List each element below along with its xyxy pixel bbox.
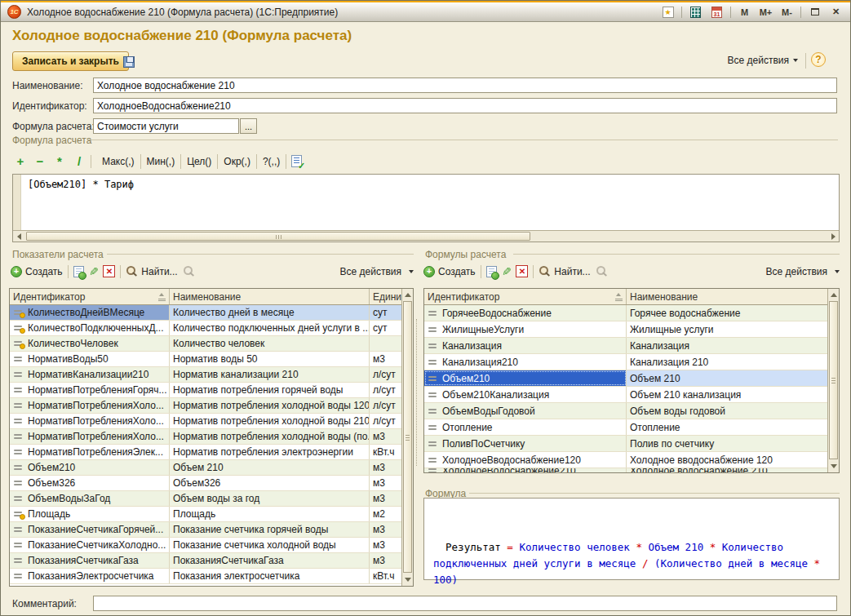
- function-button[interactable]: ?(,,): [257, 154, 286, 169]
- memory-m-button[interactable]: M: [737, 5, 752, 20]
- save-and-close-button[interactable]: Записать и закрыть: [12, 51, 129, 71]
- formula-type-more-button[interactable]: ...: [240, 118, 257, 134]
- delete-button[interactable]: ✕: [516, 265, 528, 277]
- table-row[interactable]: Площадь Площадь м2: [10, 507, 401, 522]
- formulas-table-scrollbar[interactable]: [827, 289, 839, 472]
- table-row[interactable]: НормативПотребленияХоло... Норматив потр…: [10, 429, 401, 445]
- identifier-text: КоличествоПодключенныхД...: [28, 322, 164, 334]
- table-row[interactable]: КоличествоЧеловек Количество человек: [10, 336, 401, 352]
- function-button[interactable]: Цел(): [181, 154, 218, 169]
- table-row[interactable]: ПоказанияСчетчикаГаза ПоказанияСчетчикаГ…: [10, 553, 401, 569]
- find-button[interactable]: Найти...: [126, 265, 177, 277]
- memory-m-plus-button[interactable]: M+: [758, 5, 773, 20]
- formula-editor-text[interactable]: [Объем210] * Тариф: [28, 179, 134, 190]
- column-header-name[interactable]: Наименование: [170, 289, 370, 304]
- item-icon: [428, 357, 439, 367]
- scroll-thumb[interactable]: [403, 301, 412, 573]
- scroll-track[interactable]: [24, 231, 827, 242]
- item-icon: [13, 370, 24, 379]
- column-label: Едини...: [373, 291, 401, 303]
- column-header-identifier[interactable]: Идентификатор: [424, 289, 627, 304]
- identifier-text: НормативПотребленияХоло...: [28, 415, 164, 427]
- function-button[interactable]: Макс(,): [96, 154, 141, 169]
- scroll-thumb[interactable]: [829, 301, 838, 459]
- table-row[interactable]: ЖилищныеУслуги Жилищные услуги: [424, 321, 827, 338]
- scroll-down-arrow[interactable]: [402, 574, 413, 585]
- column-header-identifier[interactable]: Идентификатор: [10, 289, 170, 304]
- calculator-button[interactable]: [688, 5, 703, 20]
- editor-horizontal-scrollbar[interactable]: [13, 230, 839, 242]
- table-row[interactable]: ГорячееВодоснабжение Горячее водоснабжен…: [424, 305, 827, 321]
- column-header-unit[interactable]: Едини...: [370, 289, 401, 304]
- table-row[interactable]: НормативПотребленияЭлек... Норматив потр…: [10, 445, 401, 460]
- table-row[interactable]: ПоливПоСчетчику Полив по счетчику: [424, 436, 827, 452]
- check-formula-button[interactable]: ✓: [291, 155, 302, 167]
- create-button[interactable]: +Создать: [11, 266, 63, 277]
- table-row[interactable]: КоличествоДнейВМесяце Количество дней в …: [10, 305, 401, 321]
- table-row[interactable]: Отопление Отопление: [424, 419, 827, 436]
- table-row[interactable]: НормативПотребленияГоряч... Норматив пот…: [10, 383, 401, 398]
- cell-unit: м3: [370, 522, 401, 537]
- table-row[interactable]: ХолодноеВводоснабжение120 Холодное вводо…: [424, 452, 827, 468]
- scroll-thumb[interactable]: [26, 232, 530, 241]
- table-row[interactable]: Объем210 Объем 210: [424, 370, 827, 387]
- edit-button[interactable]: ✎: [89, 266, 99, 277]
- maximize-button[interactable]: [807, 5, 822, 20]
- comment-input[interactable]: [93, 596, 837, 611]
- copy-button[interactable]: [486, 266, 497, 277]
- operator-button[interactable]: −: [33, 154, 47, 168]
- column-header-name[interactable]: Наименование: [627, 289, 827, 304]
- formula-token: *: [636, 541, 648, 553]
- table-row[interactable]: ПоказаниеСчетчикаГорячей... Показание сч…: [10, 522, 401, 538]
- formula-type-input[interactable]: [93, 118, 239, 134]
- table-row[interactable]: Канализация210 Канализация 210: [424, 354, 827, 370]
- table-row[interactable]: Объем210 Объем 210 м3: [10, 460, 401, 476]
- table-row[interactable]: ПоказанияЭлектросчетчика Показания элект…: [10, 569, 401, 584]
- table-row[interactable]: ПоказаниеСчетчикаХолодно... Показание сч…: [10, 538, 401, 553]
- table-row[interactable]: ОбъемВодыЗаГод Объем воды за год м3: [10, 491, 401, 507]
- help-button[interactable]: ?: [811, 52, 826, 67]
- table-row[interactable]: НормативКанализации210 Норматив канализа…: [10, 367, 401, 383]
- scroll-down-arrow[interactable]: [828, 461, 839, 472]
- panel-splitter[interactable]: [416, 319, 419, 466]
- table-row[interactable]: ОбъемВодыГодовой Объем воды годовой: [424, 403, 827, 419]
- table-row[interactable]: КоличествоПодключенныхД... Количество по…: [10, 321, 401, 336]
- name-input[interactable]: [93, 78, 837, 93]
- memory-m-minus-button[interactable]: M-: [779, 5, 795, 20]
- scroll-left-arrow[interactable]: [13, 231, 24, 242]
- operator-button[interactable]: *: [53, 154, 66, 168]
- calendar-button[interactable]: 31: [709, 5, 725, 20]
- identifier-input[interactable]: [93, 98, 837, 113]
- delete-button[interactable]: ✕: [103, 265, 115, 277]
- table-row[interactable]: Объем210Канализация Объем 210 канализаци…: [424, 387, 827, 403]
- operator-button[interactable]: /: [73, 154, 86, 168]
- function-button[interactable]: Окр(,): [218, 154, 257, 169]
- table-row[interactable]: НормативПотребленияХоло... Норматив потр…: [10, 398, 401, 414]
- all-actions-button[interactable]: Все действия: [766, 266, 840, 277]
- clear-find-button[interactable]: [183, 265, 195, 277]
- table-row[interactable]: Объем326 Объем326 м3: [10, 476, 401, 491]
- scroll-right-arrow[interactable]: [827, 231, 839, 242]
- all-actions-button[interactable]: Все действия: [728, 55, 798, 66]
- edit-button[interactable]: ✎: [502, 266, 512, 277]
- create-button[interactable]: +Создать: [423, 266, 476, 277]
- operator-button[interactable]: +: [14, 154, 27, 168]
- bookmark-button[interactable]: ★: [660, 5, 676, 20]
- all-actions-button[interactable]: Все действия: [340, 266, 414, 277]
- save-button[interactable]: [120, 53, 138, 70]
- table-row[interactable]: ХолодноеВодоснабжение210 Холодное водосн…: [424, 468, 827, 472]
- function-button[interactable]: Мин(,): [141, 154, 182, 169]
- scroll-up-arrow[interactable]: [828, 290, 839, 300]
- find-button[interactable]: Найти...: [539, 265, 590, 277]
- scroll-up-arrow[interactable]: [402, 290, 413, 300]
- identifier-text: ПоказаниеСчетчикаГорячей...: [28, 524, 163, 535]
- table-row[interactable]: НормативПотребленияХоло... Норматив потр…: [10, 414, 401, 429]
- close-button[interactable]: ✕: [828, 5, 844, 20]
- table-row[interactable]: НормативВоды50 Норматив воды 50 м3: [10, 352, 401, 367]
- cell-name: Показание счетчика горячей воды: [170, 522, 370, 537]
- formula-editor[interactable]: [Объем210] * Тариф: [12, 174, 840, 242]
- indicators-table-scrollbar[interactable]: [401, 289, 413, 586]
- copy-button[interactable]: [73, 266, 84, 277]
- clear-find-button[interactable]: [596, 265, 608, 277]
- table-row[interactable]: Канализация Канализация: [424, 338, 827, 354]
